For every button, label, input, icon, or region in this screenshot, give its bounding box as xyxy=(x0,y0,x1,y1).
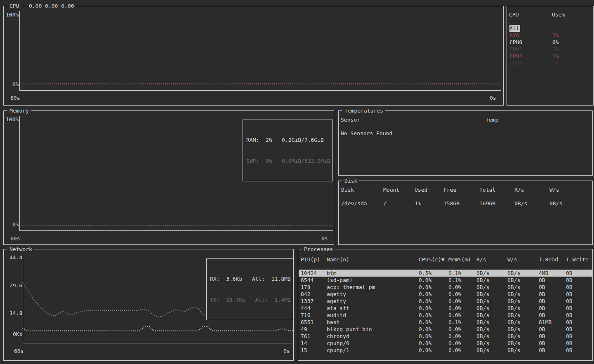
cpu-legend-row[interactable]: CPU00% xyxy=(507,39,593,46)
table-cell: 15 xyxy=(301,347,307,354)
table-cell: 0B xyxy=(539,305,545,312)
table-cell: 0B/s xyxy=(476,298,489,305)
table-cell: 0B xyxy=(566,319,573,326)
table-cell: 444 xyxy=(301,305,310,312)
table-row[interactable]: 10424btm0.5%0.1%0B/s0B/s4MB0B xyxy=(299,270,592,277)
table-cell: 0B xyxy=(566,333,573,340)
table-cell: 0.0% xyxy=(419,326,431,333)
network-legend-box: RX: 3.6Kb All: 11.8MB TX: 26.7Kb All: 1.… xyxy=(206,258,293,320)
table-cell: 0.0% xyxy=(448,347,461,354)
temperatures-panel: Temperatures Sensor Temp No Sensors Foun… xyxy=(338,110,593,176)
table-cell[interactable]: Total xyxy=(479,186,495,193)
table-cell: 1337 xyxy=(301,298,314,305)
table-cell: 0B xyxy=(566,277,573,284)
table-cell: 0.0% xyxy=(448,291,461,298)
table-row[interactable]: 14cpuhp/00.0%0.0%0B/s0B/s0B0B xyxy=(299,340,592,347)
table-cell[interactable]: Mem%(m) xyxy=(448,256,471,263)
temperatures-header-temp[interactable]: Temp xyxy=(486,116,498,123)
table-cell[interactable]: R/s xyxy=(476,256,486,263)
cpu-legend-row[interactable]: CPU21% xyxy=(507,53,593,60)
table-cell[interactable]: T.Write xyxy=(566,256,589,263)
cpu-legend-label: AVG xyxy=(509,32,519,39)
disk-header-row: DiskMountUsedFreeTotalR/sW/s xyxy=(339,186,592,193)
cpu-x-axis-right-label: 0s xyxy=(490,94,496,101)
cpu-legend-header-use[interactable]: Use% xyxy=(552,11,565,18)
table-cell: 0B/s xyxy=(507,326,520,333)
table-cell[interactable]: R/s xyxy=(514,186,524,193)
table-cell[interactable]: W/s xyxy=(549,186,559,193)
memory-x-axis-left-label: 60s xyxy=(10,235,20,242)
table-cell: 169GB xyxy=(479,200,495,207)
disk-table-body: /dev/sda/1%158GB169GB0B/s0B/s xyxy=(339,200,592,207)
table-cell: 0B/s xyxy=(507,333,520,340)
table-cell: 0B/s xyxy=(476,312,489,319)
table-cell: 0B xyxy=(566,298,573,305)
table-row[interactable]: 178acpi_thermal_pm0.0%0.0%0B/s0B/s0B0B xyxy=(299,284,592,291)
table-cell: 0.5% xyxy=(419,270,431,277)
table-cell: 0B/s xyxy=(507,340,520,347)
network-rx-line xyxy=(23,326,293,331)
table-cell: 0B xyxy=(539,347,545,354)
table-cell: 10424 xyxy=(301,270,317,277)
table-cell: 0B/s xyxy=(514,200,527,207)
table-cell[interactable]: Used xyxy=(415,186,427,193)
table-cell: 0B xyxy=(539,340,545,347)
table-row[interactable]: 716auditd0.0%0.0%0B/s0B/s0B0B xyxy=(299,312,592,319)
table-cell: 178 xyxy=(301,284,310,291)
table-cell[interactable]: PID(p) xyxy=(301,256,320,263)
table-row[interactable]: 1337agetty0.0%0.0%0B/s0B/s0B0B xyxy=(299,298,592,305)
table-cell[interactable]: Disk xyxy=(341,186,354,193)
cpu-legend-header-cpu[interactable]: CPU xyxy=(509,11,519,18)
cpu-legend-label: CPU3 xyxy=(509,60,522,67)
table-cell: 158GB xyxy=(443,200,460,207)
table-row[interactable]: 761chronyd0.0%0.0%0B/s0B/s0B0B xyxy=(299,333,592,340)
processes-header-row: PID(p)Name(n)CPU%(c)▼Mem%(m)R/sW/sT.Read… xyxy=(299,256,592,263)
table-row[interactable]: 6551bash0.0%0.1%0B/s0B/s61MB0B xyxy=(299,319,592,326)
table-cell: 0B xyxy=(539,291,545,298)
table-cell: 0B/s xyxy=(549,200,562,207)
table-cell: 6551 xyxy=(301,319,314,326)
table-cell: cpuhp/0 xyxy=(327,340,349,347)
temperatures-header-sensor[interactable]: Sensor xyxy=(341,116,360,123)
table-cell[interactable]: CPU%(c)▼ xyxy=(419,256,445,263)
table-cell: agetty xyxy=(327,298,346,305)
table-cell: 0B/s xyxy=(476,277,489,284)
table-cell: 0.0% xyxy=(419,305,431,312)
table-cell: 0.0% xyxy=(448,312,461,319)
processes-table-body: 10424btm0.5%0.1%0B/s0B/s4MB0B6544(sd-pam… xyxy=(299,270,592,354)
cpu-legend-row[interactable]: All xyxy=(507,25,593,32)
table-cell[interactable]: W/s xyxy=(507,256,517,263)
table-cell: 0B xyxy=(539,284,545,291)
table-row[interactable]: 15cpuhp/10.0%0.0%0B/s0B/s0B0B xyxy=(299,347,592,354)
memory-x-axis-right-label: 0s xyxy=(321,235,328,242)
disk-panel-title: Disk xyxy=(342,177,359,184)
table-cell: acpi_thermal_pm xyxy=(327,284,375,291)
table-cell[interactable]: T.Read xyxy=(539,256,558,263)
cpu-legend-row[interactable]: AVG1% xyxy=(507,32,593,39)
table-cell: 0B/s xyxy=(476,319,489,326)
table-row[interactable]: 842agetty0.0%0.0%0B/s0B/s0B0B xyxy=(299,291,592,298)
cpu-legend-value: 0% xyxy=(552,39,559,46)
table-cell: 716 xyxy=(301,312,310,319)
table-cell: 0B/s xyxy=(507,305,520,312)
table-cell: 0B/s xyxy=(507,319,520,326)
cpu-legend-value: 1% xyxy=(552,32,559,39)
table-cell: /dev/sda xyxy=(341,200,367,207)
table-cell: 0B xyxy=(566,326,573,333)
table-cell: 1% xyxy=(415,200,421,207)
cpu-legend-row[interactable]: CPU11% xyxy=(507,46,593,53)
table-row: PID(p)Name(n)CPU%(c)▼Mem%(m)R/sW/sT.Read… xyxy=(299,256,592,263)
table-cell: 0B/s xyxy=(507,270,520,277)
table-row[interactable]: /dev/sda/1%158GB169GB0B/s0B/s xyxy=(339,200,592,207)
table-cell[interactable]: Name(n) xyxy=(327,256,349,263)
table-cell: 0B/s xyxy=(476,284,489,291)
table-cell: 0B/s xyxy=(476,305,489,312)
table-row[interactable]: 6544(sd-pam)0.0%0.1%0B/s0B/s0B0B xyxy=(299,277,592,284)
cpu-legend-row[interactable]: CPU31% xyxy=(507,60,593,67)
table-row[interactable]: 444ata_sff0.0%0.0%0B/s0B/s0B0B xyxy=(299,305,592,312)
table-cell: / xyxy=(383,200,387,207)
network-legend-tx: TX: 26.7Kb All: 1.4MB xyxy=(210,296,290,303)
table-cell[interactable]: Mount xyxy=(383,186,399,193)
table-cell[interactable]: Free xyxy=(443,186,456,193)
table-row[interactable]: 49blkcg_punt_bio0.0%0.0%0B/s0B/s0B0B xyxy=(299,326,592,333)
